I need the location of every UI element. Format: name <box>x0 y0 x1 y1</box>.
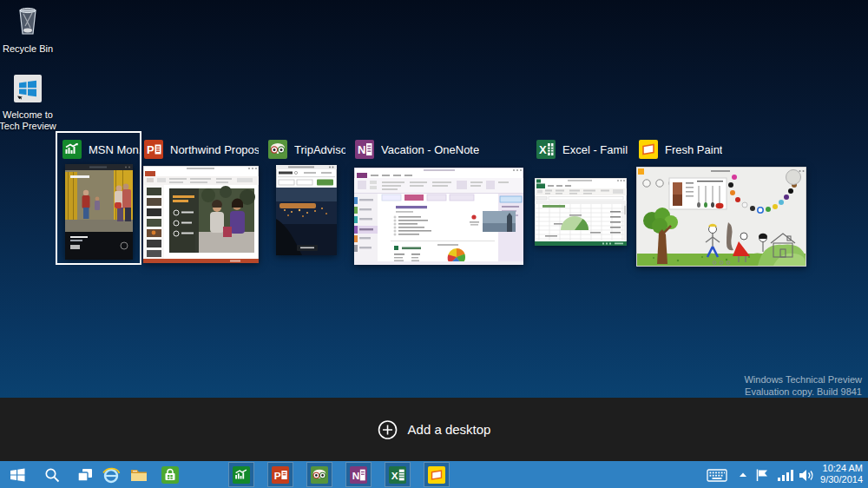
windows-build-watermark: Windows Technical Preview Evaluation cop… <box>744 373 862 398</box>
powerpoint-icon: P <box>272 466 289 484</box>
task-view-item-tripadvisor[interactable]: TripAdvisor... <box>267 133 345 255</box>
network-button[interactable] <box>774 461 797 488</box>
task-item-title: Vacation - OneNote <box>381 143 479 156</box>
watermark-line1: Windows Technical Preview <box>744 373 862 386</box>
task-view-item-fresh-paint[interactable]: Fresh Paint <box>636 133 806 267</box>
excel-window-thumbnail[interactable] <box>535 178 627 246</box>
excel-icon: X <box>536 140 556 159</box>
task-view-icon <box>76 466 94 484</box>
tripadvisor-window-thumbnail[interactable] <box>276 165 337 255</box>
flag-icon <box>754 467 770 483</box>
recycle-bin-icon <box>0 5 56 41</box>
onenote-icon: N <box>355 140 374 159</box>
powerpoint-icon: P <box>144 140 163 159</box>
msn-money-window-thumbnail[interactable] <box>65 164 133 260</box>
welcome-tech-preview-icon <box>0 73 59 107</box>
desktop-icon-welcome[interactable]: Welcome to Tech Preview <box>0 73 59 132</box>
msn-money-icon <box>62 140 82 159</box>
task-view-item-excel[interactable]: X Excel - Family... <box>534 133 628 246</box>
internet-explorer-button[interactable] <box>97 461 125 488</box>
excel-thumbnail-image <box>535 178 627 246</box>
file-explorer-icon <box>129 465 148 485</box>
onenote-window-thumbnail[interactable] <box>354 168 523 265</box>
tripadvisor-icon <box>268 140 287 159</box>
msn-money-thumbnail-image <box>65 164 133 260</box>
add-desktop-button[interactable]: Add a desktop <box>378 419 491 440</box>
store-button[interactable] <box>156 461 184 488</box>
task-item-title: TripAdvisor... <box>294 143 345 156</box>
svg-text:N: N <box>352 469 360 481</box>
touch-keyboard-button[interactable] <box>703 461 731 488</box>
task-item-title: Excel - Family... <box>562 143 628 156</box>
taskbar-fresh-paint-button[interactable] <box>424 462 450 487</box>
watermark-line2: Evaluation copy. Build 9841 <box>744 386 862 398</box>
powerpoint-window-thumbnail[interactable] <box>143 166 259 263</box>
chevron-up-icon <box>738 470 748 480</box>
taskbar-clock[interactable]: 10:24 AM 9/30/2014 <box>820 463 863 486</box>
powerpoint-thumbnail-image <box>143 166 259 263</box>
touch-keyboard-icon <box>707 466 727 484</box>
network-signal-icon <box>777 467 794 483</box>
add-desktop-label: Add a desktop <box>408 422 491 437</box>
task-item-header: MSN Mon... <box>57 133 140 162</box>
search-button[interactable] <box>38 461 66 488</box>
taskbar-onenote-button[interactable]: N <box>345 462 372 487</box>
onenote-icon: N <box>350 466 367 484</box>
taskbar-powerpoint-button[interactable]: P <box>267 462 293 487</box>
task-item-header: Fresh Paint <box>636 133 806 162</box>
task-view-item-msn-money[interactable]: MSN Mon... <box>57 133 140 263</box>
taskbar-msn-money-button[interactable] <box>228 462 254 487</box>
action-center-button[interactable] <box>752 461 773 488</box>
desktop-icon-label: Welcome to Tech Preview <box>0 109 56 131</box>
taskbar: P N X <box>0 461 868 488</box>
show-hidden-icons-button[interactable] <box>733 461 753 488</box>
taskbar-tripadvisor-button[interactable] <box>306 462 332 487</box>
task-view-button[interactable] <box>71 461 99 488</box>
fresh-paint-icon <box>428 466 445 484</box>
fresh-paint-thumbnail-image <box>636 167 806 267</box>
volume-speaker-icon <box>798 467 815 483</box>
internet-explorer-icon <box>101 465 122 485</box>
task-item-header: P Northwind Proposa... <box>143 133 259 162</box>
start-icon <box>8 465 27 485</box>
clock-date: 9/30/2014 <box>820 474 863 485</box>
onenote-thumbnail-image <box>354 168 523 265</box>
search-icon <box>43 466 61 484</box>
tripadvisor-thumbnail-image <box>276 165 337 255</box>
task-view-item-onenote[interactable]: N Vacation - OneNote <box>354 133 523 265</box>
excel-icon: X <box>389 466 406 484</box>
fresh-paint-window-thumbnail[interactable] <box>636 167 806 267</box>
add-plus-icon <box>378 419 398 440</box>
fresh-paint-icon <box>639 140 658 159</box>
task-item-header: N Vacation - OneNote <box>354 133 523 162</box>
task-item-title: MSN Mon... <box>89 143 140 156</box>
desktop-icon-recycle-bin[interactable]: Recycle Bin <box>0 5 56 55</box>
task-item-header: TripAdvisor... <box>267 133 345 162</box>
file-explorer-button[interactable] <box>125 461 153 488</box>
taskbar-excel-button[interactable]: X <box>385 462 411 487</box>
volume-button[interactable] <box>795 461 818 488</box>
task-item-header: X Excel - Family... <box>534 133 628 162</box>
svg-text:N: N <box>358 143 365 156</box>
task-item-title: Fresh Paint <box>665 143 722 156</box>
svg-text:X: X <box>539 143 547 156</box>
svg-text:P: P <box>274 469 281 481</box>
task-view-item-powerpoint[interactable]: P Northwind Proposa... <box>143 133 259 263</box>
windows-task-view-screen: Recycle Bin Welcome to Tech Preview MSN … <box>0 0 868 488</box>
desktop-icon-label: Recycle Bin <box>3 43 53 54</box>
msn-money-icon <box>233 466 250 484</box>
store-icon <box>161 465 180 485</box>
task-view-bottom-strip: Add a desktop <box>0 398 868 461</box>
svg-text:X: X <box>391 469 398 481</box>
clock-time: 10:24 AM <box>820 463 863 474</box>
task-item-title: Northwind Proposa... <box>170 143 259 156</box>
start-button[interactable] <box>3 461 31 488</box>
tripadvisor-icon <box>311 466 328 484</box>
svg-text:P: P <box>147 143 155 156</box>
